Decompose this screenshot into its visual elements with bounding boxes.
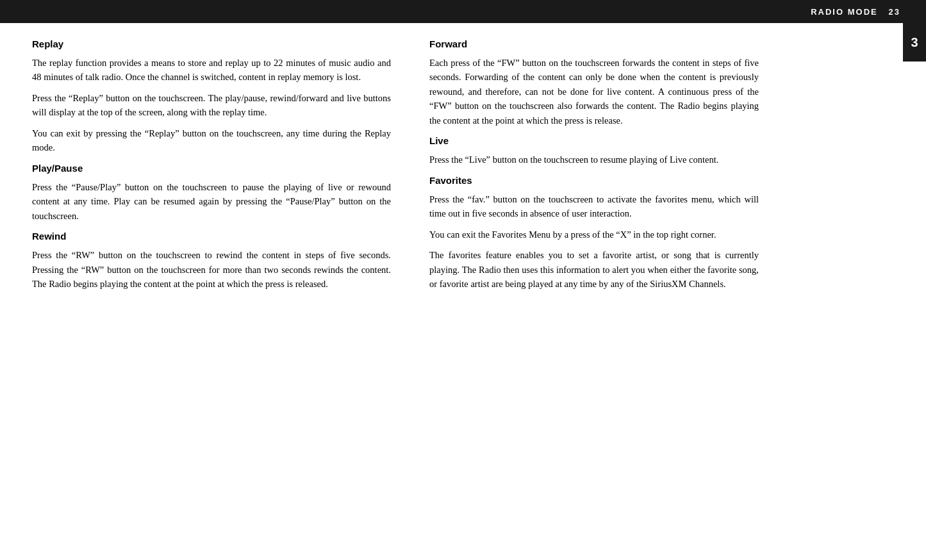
rewind-text: Press the “RW” button on the touchscreen… (32, 248, 391, 291)
replay-text: The replay function provides a means to … (32, 56, 391, 155)
play-pause-text: Press the “Pause/Play” button on the tou… (32, 180, 391, 223)
rewind-heading: Rewind (32, 231, 391, 242)
forward-text: Each press of the “FW” button on the tou… (429, 56, 759, 128)
favorites-para-2: You can exit the Favorites Menu by a pre… (429, 227, 759, 242)
section-live: Live Press the “Live” button on the touc… (429, 135, 759, 167)
play-pause-para-1: Press the “Pause/Play” button on the tou… (32, 180, 391, 223)
favorites-para-1: Press the “fav.” button on the touchscre… (429, 192, 759, 221)
favorites-heading: Favorites (429, 175, 759, 186)
section-play-pause: Play/Pause Press the “Pause/Play” button… (32, 163, 391, 223)
replay-para-1: The replay function provides a means to … (32, 56, 391, 85)
section-favorites: Favorites Press the “fav.” button on the… (429, 175, 759, 292)
content-area: Replay The replay function provides a me… (0, 32, 926, 560)
radio-mode-label: RADIO MODE (811, 7, 878, 17)
replay-heading: Replay (32, 38, 391, 49)
section-forward: Forward Each press of the “FW” button on… (429, 38, 759, 128)
live-para-1: Press the “Live” button on the touchscre… (429, 152, 759, 167)
page-number: 23 (889, 7, 900, 17)
live-text: Press the “Live” button on the touchscre… (429, 152, 759, 167)
replay-para-3: You can exit by pressing the “Replay” bu… (32, 126, 391, 155)
top-bar: RADIO MODE 23 (0, 0, 926, 23)
play-pause-heading: Play/Pause (32, 163, 391, 174)
section-replay: Replay The replay function provides a me… (32, 38, 391, 155)
forward-para-1: Each press of the “FW” button on the tou… (429, 56, 759, 128)
replay-para-2: Press the “Replay” button on the touchsc… (32, 91, 391, 120)
right-column: Forward Each press of the “FW” button on… (429, 38, 788, 547)
page-container: RADIO MODE 23 3 Replay The replay functi… (0, 0, 926, 560)
favorites-text: Press the “fav.” button on the touchscre… (429, 192, 759, 292)
left-column: Replay The replay function provides a me… (32, 38, 391, 547)
favorites-para-3: The favorites feature enables you to set… (429, 248, 759, 291)
header-title: RADIO MODE 23 (811, 7, 900, 17)
rewind-para-1: Press the “RW” button on the touchscreen… (32, 248, 391, 291)
section-rewind: Rewind Press the “RW” button on the touc… (32, 231, 391, 291)
forward-heading: Forward (429, 38, 759, 49)
live-heading: Live (429, 135, 759, 146)
